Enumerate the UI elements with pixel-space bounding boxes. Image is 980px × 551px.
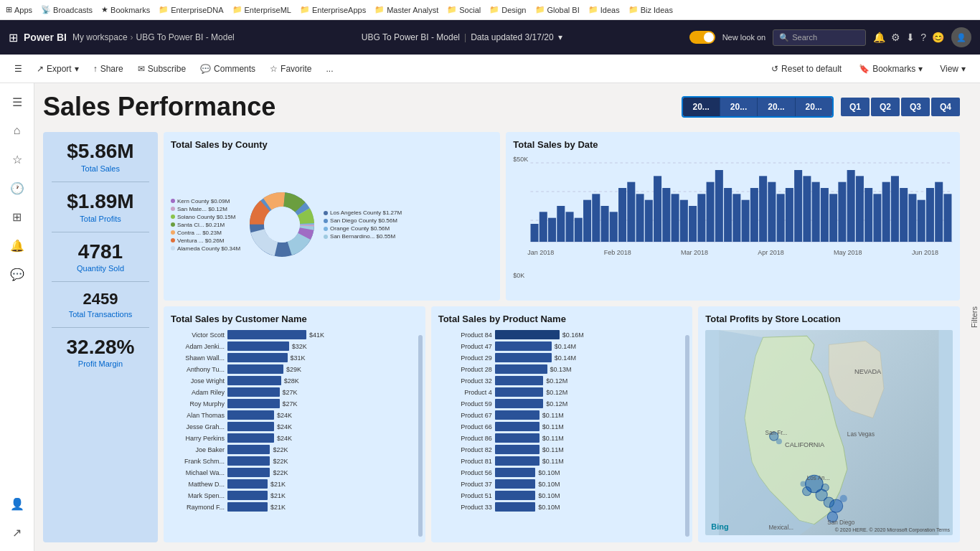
svg-point-68 <box>821 484 829 491</box>
bookmarks-bar: ⊞ Apps 📡 Broadcasts ★ Bookmarks 📁 Enterp… <box>0 0 980 20</box>
bookmark-social[interactable]: 📁 Social <box>447 5 481 14</box>
list-item: Jose Wright $28K <box>171 376 418 385</box>
kpi-total-profits-value: $1.89M <box>52 191 149 213</box>
bookmark-enterpriseapps[interactable]: 📁 EnterpriseApps <box>300 5 366 14</box>
waffle-icon[interactable]: ⊞ <box>9 31 18 44</box>
list-item: Product 33 $0.10M <box>438 502 686 512</box>
sidebar-expand-icon[interactable]: ↗ <box>4 519 30 545</box>
breadcrumb-separator: › <box>131 32 133 42</box>
share-button[interactable]: ↑ Share <box>88 61 129 77</box>
svg-rect-41 <box>750 188 758 242</box>
search-box[interactable]: 🔍 Search <box>773 29 866 46</box>
more-options-button[interactable]: ... <box>320 61 339 77</box>
bookmark-ideas[interactable]: 📁 Ideas <box>588 5 620 14</box>
list-item: Alan Thomas $24K <box>171 410 418 420</box>
svg-point-11 <box>264 207 300 242</box>
list-item: Matthew D... $21K <box>171 479 418 489</box>
kpi-panel: $5.86M Total Sales $1.89M Total Profits … <box>43 132 158 542</box>
new-look-toggle[interactable] <box>689 31 715 44</box>
feedback-icon[interactable]: 😊 <box>932 32 944 43</box>
svg-rect-38 <box>724 188 732 242</box>
bookmark-masteranalyst[interactable]: 📁 Master Analyst <box>374 5 438 14</box>
product-scrollbar[interactable] <box>685 335 689 537</box>
list-item: Product 51 $0.10M <box>438 491 686 500</box>
view-chevron: ▾ <box>961 64 966 74</box>
year-btn-2[interactable]: 20... <box>720 98 758 116</box>
reset-button[interactable]: ↺ Reset to default <box>765 61 847 77</box>
kpi-profit-margin: 32.28% Profit Margin <box>52 336 149 369</box>
x-axis-labels: Jan 2018 Feb 2018 Mar 2018 Apr 2018 May … <box>513 249 953 256</box>
comments-button[interactable]: 💬 Comments <box>194 61 261 77</box>
subscribe-button[interactable]: ✉ Subscribe <box>132 61 192 77</box>
chevron-down-icon[interactable]: ▾ <box>558 32 562 42</box>
help-icon[interactable]: ? <box>920 32 926 43</box>
sidebar-profile-icon[interactable]: 👤 <box>4 491 30 517</box>
sidebar-recent-icon[interactable]: 🕐 <box>4 175 30 201</box>
notifications-icon[interactable]: 🔔 <box>873 32 885 43</box>
sidebar-menu-icon[interactable]: ☰ <box>4 89 30 115</box>
svg-point-69 <box>801 481 806 486</box>
bookmark-broadcasts[interactable]: 📡 Broadcasts <box>41 5 93 14</box>
svg-rect-23 <box>593 194 600 242</box>
legend-orange: Orange County $0.56M <box>324 225 402 232</box>
bookmark-bookmarks[interactable]: ★ Bookmarks <box>101 5 150 14</box>
bookmark-enterprisedna[interactable]: 📁 EnterpriseDNA <box>159 5 223 14</box>
list-item: Roy Murphy $27K <box>171 399 418 408</box>
sidebar-chat-icon[interactable]: 💬 <box>4 261 30 287</box>
sidebar-notifications-icon[interactable]: 🔔 <box>4 232 30 258</box>
bookmarks-button[interactable]: 🔖 Bookmarks ▾ <box>853 61 928 77</box>
year-btn-4[interactable]: 20... <box>796 98 832 116</box>
legend-sandiego: San Diego County $0.56M <box>324 217 402 224</box>
settings-icon[interactable]: ⚙ <box>891 32 900 43</box>
svg-rect-25 <box>610 212 618 242</box>
bookmark-bizideas[interactable]: 📁 Biz Ideas <box>628 5 673 14</box>
svg-rect-20 <box>566 212 574 242</box>
sidebar-favorites-icon[interactable]: ☆ <box>4 146 30 172</box>
subscribe-icon: ✉ <box>138 64 145 74</box>
user-avatar[interactable]: 👤 <box>951 27 971 47</box>
q3-button[interactable]: Q3 <box>901 98 930 116</box>
q2-button[interactable]: Q2 <box>871 98 900 116</box>
list-item: Product 84 $0.16M <box>438 330 686 339</box>
list-item: Adam Jenki... $32K <box>171 342 418 351</box>
donut-legend-right: Los Angeles County $1.27M San Diego Coun… <box>324 209 402 240</box>
legend-santacl: Santa Cl... $0.21M <box>171 222 240 228</box>
list-item: Anthony Tu... $29K <box>171 364 418 374</box>
breadcrumb-report[interactable]: UBG To Power BI - Model <box>136 32 235 42</box>
svg-point-72 <box>840 495 847 502</box>
right-filter-panel[interactable]: Filters <box>969 83 980 551</box>
filter-buttons: 20... 20... 20... 20... Q1 Q2 Q3 Q4 <box>682 96 961 118</box>
svg-rect-21 <box>575 218 583 242</box>
bookmark-design[interactable]: 📁 Design <box>489 5 526 14</box>
reset-icon: ↺ <box>771 64 778 74</box>
bookmark-globalbi[interactable]: 📁 Global BI <box>535 5 580 14</box>
svg-text:San Diego: San Diego <box>828 519 856 526</box>
breadcrumb-workspace[interactable]: My workspace <box>72 32 128 42</box>
sidebar-home-icon[interactable]: ⌂ <box>4 118 30 143</box>
product-chart-card: Total Sales by Product Name Product 84 $… <box>431 306 693 542</box>
list-item: Product 66 $0.11M <box>438 422 686 431</box>
q1-button[interactable]: Q1 <box>841 98 870 116</box>
kpi-quantity-label: Quantity Sold <box>52 264 149 273</box>
dashboard-body: $5.86M Total Sales $1.89M Total Profits … <box>43 132 960 542</box>
download-icon[interactable]: ⬇ <box>906 32 915 43</box>
kpi-margin-label: Profit Margin <box>52 359 149 368</box>
svg-rect-48 <box>812 182 820 242</box>
export-button[interactable]: ↗ Export ▾ <box>31 61 85 77</box>
bookmark-enterpriseml[interactable]: 📁 EnterpriseML <box>232 5 291 14</box>
customer-scrollbar[interactable] <box>418 335 423 537</box>
favorite-button[interactable]: ☆ Favorite <box>264 61 317 77</box>
map-svg: NEVADA CALIFORNIA Las Vegas San Fr... Lo… <box>705 330 953 535</box>
q4-button[interactable]: Q4 <box>931 98 960 116</box>
year-btn-1[interactable]: 20... <box>683 98 720 116</box>
view-button[interactable]: View ▾ <box>934 61 971 77</box>
bookmark-apps[interactable]: ⊞ Apps <box>6 5 32 14</box>
svg-rect-49 <box>821 188 829 242</box>
customer-chart-title: Total Sales by Customer Name <box>171 314 418 324</box>
year-btn-3[interactable]: 20... <box>758 98 795 116</box>
nav-icon-btn[interactable]: ☰ <box>9 61 28 77</box>
svg-text:San Fr...: San Fr... <box>765 430 788 436</box>
sidebar-apps-icon[interactable]: ⊞ <box>4 204 30 230</box>
svg-rect-39 <box>733 194 741 242</box>
svg-rect-59 <box>909 194 917 242</box>
